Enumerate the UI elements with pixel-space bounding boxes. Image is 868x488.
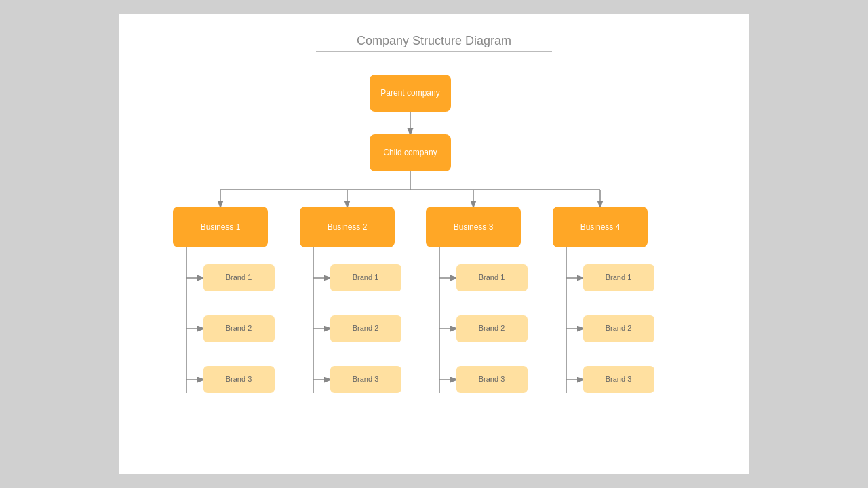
- b4-brand1-label: Brand 1: [606, 273, 632, 281]
- b2-brand1-label: Brand 1: [353, 273, 379, 281]
- org-chart-svg: Parent company Child company Business 1 …: [119, 61, 749, 474]
- b1-brand3-label: Brand 3: [226, 375, 252, 383]
- diagram-canvas: Company Structure Diagram Parent company…: [119, 14, 749, 474]
- b4-brand3-label: Brand 3: [606, 375, 632, 383]
- b1-brand1-label: Brand 1: [226, 273, 252, 281]
- title-area: Company Structure Diagram: [119, 14, 749, 52]
- b2-brand3-label: Brand 3: [353, 375, 379, 383]
- b3-brand2-label: Brand 2: [479, 324, 505, 332]
- b2-brand2-label: Brand 2: [353, 324, 379, 332]
- business1-label: Business 1: [201, 222, 241, 232]
- b1-brand2-label: Brand 2: [226, 324, 252, 332]
- b3-brand3-label: Brand 3: [479, 375, 505, 383]
- b3-brand1-label: Brand 1: [479, 273, 505, 281]
- diagram-title: Company Structure Diagram: [316, 34, 552, 52]
- b4-brand2-label: Brand 2: [606, 324, 632, 332]
- child-company-label: Child company: [383, 148, 437, 157]
- business2-label: Business 2: [328, 222, 368, 232]
- business4-label: Business 4: [580, 222, 620, 232]
- parent-company-label: Parent company: [380, 88, 439, 98]
- business3-label: Business 3: [454, 222, 494, 232]
